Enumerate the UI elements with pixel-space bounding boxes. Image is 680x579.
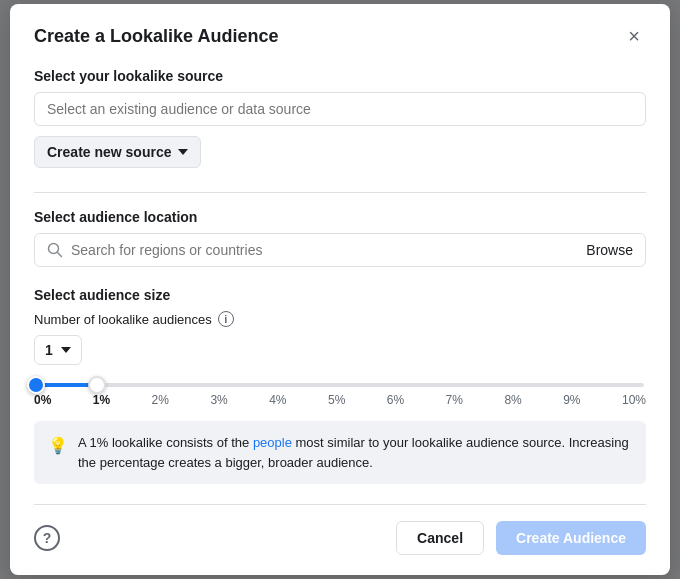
modal-container: Create a Lookalike Audience × Select you… (10, 4, 670, 575)
slider-label-0: 0% (34, 393, 51, 407)
number-dropdown[interactable]: 1 (34, 335, 82, 365)
slider-label-2: 2% (152, 393, 169, 407)
location-search-wrapper: Browse (34, 233, 646, 267)
footer-actions: Cancel Create Audience (396, 521, 646, 555)
location-search-input[interactable] (71, 242, 578, 258)
slider-container[interactable] (34, 383, 646, 387)
svg-line-1 (58, 253, 62, 257)
modal-footer: ? Cancel Create Audience (34, 504, 646, 555)
size-section-label: Select audience size (34, 287, 646, 303)
cancel-button[interactable]: Cancel (396, 521, 484, 555)
chevron-down-icon (61, 347, 71, 353)
chevron-down-icon (178, 149, 188, 155)
slider-label-4: 4% (269, 393, 286, 407)
help-icon[interactable]: ? (34, 525, 60, 551)
slider-label-8: 8% (504, 393, 521, 407)
source-input[interactable] (34, 92, 646, 126)
slider-track (36, 383, 644, 387)
slider-thumb-left[interactable] (27, 376, 45, 394)
slider-thumb-right[interactable] (88, 376, 106, 394)
slider-label-6: 6% (387, 393, 404, 407)
slider-label-5: 5% (328, 393, 345, 407)
search-icon (47, 242, 63, 258)
slider-label-3: 3% (210, 393, 227, 407)
create-audience-button[interactable]: Create Audience (496, 521, 646, 555)
modal-title: Create a Lookalike Audience (34, 26, 278, 47)
modal-header: Create a Lookalike Audience × (34, 24, 646, 48)
browse-button[interactable]: Browse (586, 242, 633, 258)
location-section: Select audience location Browse (34, 209, 646, 267)
source-section: Select your lookalike source Create new … (34, 68, 646, 188)
info-icon: i (218, 311, 234, 327)
info-text-before: A 1% lookalike consists of the (78, 435, 253, 450)
source-section-label: Select your lookalike source (34, 68, 646, 84)
num-lookalike-label: Number of lookalike audiences i (34, 311, 646, 327)
info-link[interactable]: people (253, 435, 292, 450)
lightbulb-icon: 💡 (48, 434, 68, 458)
divider-1 (34, 192, 646, 193)
info-text: A 1% lookalike consists of the people mo… (78, 433, 632, 472)
dropdown-value: 1 (45, 342, 53, 358)
location-section-label: Select audience location (34, 209, 646, 225)
create-source-label: Create new source (47, 144, 172, 160)
slider-label-7: 7% (446, 393, 463, 407)
slider-labels: 0% 1% 2% 3% 4% 5% 6% 7% 8% 9% 10% (34, 393, 646, 407)
slider-label-9: 9% (563, 393, 580, 407)
slider-label-1: 1% (93, 393, 110, 407)
slider-label-10: 10% (622, 393, 646, 407)
size-section: Select audience size Number of lookalike… (34, 287, 646, 407)
modal-overlay: Create a Lookalike Audience × Select you… (0, 0, 680, 579)
close-button[interactable]: × (622, 24, 646, 48)
create-source-button[interactable]: Create new source (34, 136, 201, 168)
info-box: 💡 A 1% lookalike consists of the people … (34, 421, 646, 484)
